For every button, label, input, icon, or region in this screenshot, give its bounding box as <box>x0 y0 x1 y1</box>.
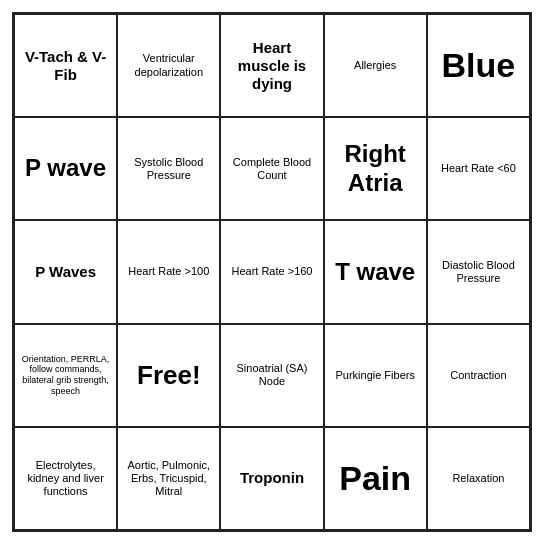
cell-r4c2: Troponin <box>220 427 323 530</box>
cell-r0c0: V-Tach & V-Fib <box>14 14 117 117</box>
cell-text-r0c2: Heart muscle is dying <box>225 39 318 93</box>
cell-text-r3c1: Free! <box>137 360 201 391</box>
cell-r0c4: Blue <box>427 14 530 117</box>
cell-text-r0c4: Blue <box>442 45 516 86</box>
cell-text-r4c1: Aortic, Pulmonic, Erbs, Tricuspid, Mitra… <box>122 459 215 499</box>
cell-text-r3c4: Contraction <box>450 369 506 382</box>
cell-text-r4c3: Pain <box>339 458 411 499</box>
cell-r2c3: T wave <box>324 220 427 323</box>
bingo-card: V-Tach & V-FibVentricular depolarization… <box>12 12 532 532</box>
cell-r4c4: Relaxation <box>427 427 530 530</box>
cell-text-r2c4: Diastolic Blood Pressure <box>432 259 525 285</box>
cell-text-r2c2: Heart Rate >160 <box>231 265 312 278</box>
cell-text-r1c0: P wave <box>25 154 106 183</box>
cell-text-r4c2: Troponin <box>240 469 304 487</box>
cell-r0c3: Allergies <box>324 14 427 117</box>
cell-text-r1c1: Systolic Blood Pressure <box>122 156 215 182</box>
cell-r3c2: Sinoatrial (SA) Node <box>220 324 323 427</box>
cell-r1c1: Systolic Blood Pressure <box>117 117 220 220</box>
cell-r2c1: Heart Rate >100 <box>117 220 220 323</box>
cell-text-r3c3: Purkingie Fibers <box>335 369 414 382</box>
cell-r1c0: P wave <box>14 117 117 220</box>
cell-text-r0c3: Allergies <box>354 59 396 72</box>
cell-text-r0c1: Ventricular depolarization <box>122 52 215 78</box>
cell-r2c2: Heart Rate >160 <box>220 220 323 323</box>
cell-r3c3: Purkingie Fibers <box>324 324 427 427</box>
cell-text-r4c4: Relaxation <box>452 472 504 485</box>
cell-r0c1: Ventricular depolarization <box>117 14 220 117</box>
cell-text-r4c0: Electrolytes, kidney and liver functions <box>19 459 112 499</box>
cell-r3c0: Orientation, PERRLA, follow commands, bi… <box>14 324 117 427</box>
cell-text-r3c2: Sinoatrial (SA) Node <box>225 362 318 388</box>
cell-text-r1c3: Right Atria <box>329 140 422 198</box>
cell-r0c2: Heart muscle is dying <box>220 14 323 117</box>
cell-text-r2c3: T wave <box>335 258 415 287</box>
cell-text-r1c2: Complete Blood Count <box>225 156 318 182</box>
cell-r3c1: Free! <box>117 324 220 427</box>
cell-r4c3: Pain <box>324 427 427 530</box>
cell-r3c4: Contraction <box>427 324 530 427</box>
cell-r1c4: Heart Rate <60 <box>427 117 530 220</box>
cell-text-r2c1: Heart Rate >100 <box>128 265 209 278</box>
cell-r1c3: Right Atria <box>324 117 427 220</box>
cell-text-r1c4: Heart Rate <60 <box>441 162 516 175</box>
cell-r1c2: Complete Blood Count <box>220 117 323 220</box>
cell-r4c1: Aortic, Pulmonic, Erbs, Tricuspid, Mitra… <box>117 427 220 530</box>
cell-text-r3c0: Orientation, PERRLA, follow commands, bi… <box>19 354 112 397</box>
cell-r2c4: Diastolic Blood Pressure <box>427 220 530 323</box>
cell-text-r0c0: V-Tach & V-Fib <box>19 48 112 84</box>
cell-r4c0: Electrolytes, kidney and liver functions <box>14 427 117 530</box>
cell-r2c0: P Waves <box>14 220 117 323</box>
cell-text-r2c0: P Waves <box>35 263 96 281</box>
